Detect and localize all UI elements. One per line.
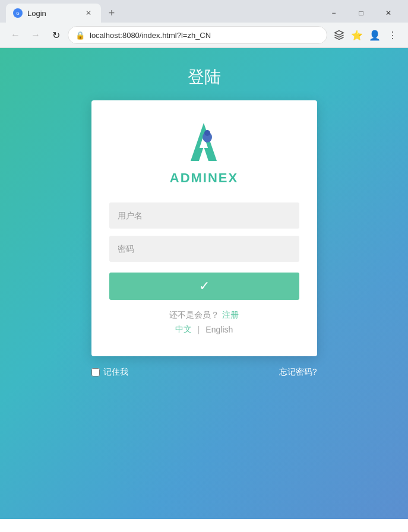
back-button[interactable]: ← bbox=[7, 27, 24, 43]
check-icon: ✓ bbox=[199, 278, 210, 294]
remember-me-group: 记住我 bbox=[91, 367, 128, 378]
browser-tab[interactable]: G Login ✕ bbox=[6, 4, 101, 23]
card-footer: 还不是会员？ 注册 中文 | English bbox=[109, 309, 299, 335]
maximize-button[interactable]: □ bbox=[347, 4, 375, 23]
tab-title: Login bbox=[27, 9, 78, 18]
forward-button[interactable]: → bbox=[27, 27, 44, 43]
svg-point-5 bbox=[204, 130, 210, 136]
svg-text:G: G bbox=[16, 11, 19, 15]
minimize-button[interactable]: − bbox=[320, 4, 347, 23]
title-bar: G Login ✕ + − □ ✕ bbox=[0, 0, 408, 23]
remember-me-checkbox[interactable] bbox=[91, 368, 100, 376]
window-controls: − □ ✕ bbox=[320, 4, 402, 23]
translate-button[interactable] bbox=[331, 27, 347, 43]
register-prompt: 还不是会员？ bbox=[169, 310, 219, 319]
browser-chrome: G Login ✕ + − □ ✕ ← → ↻ 🔒 localhost:8080… bbox=[0, 0, 408, 48]
password-input[interactable] bbox=[109, 236, 299, 262]
language-switcher: 中文 | English bbox=[175, 324, 233, 335]
menu-button[interactable]: ⋮ bbox=[384, 27, 401, 43]
username-group bbox=[109, 202, 299, 229]
forgot-password-link[interactable]: 忘记密码? bbox=[279, 367, 317, 378]
bookmark-button[interactable]: ⭐ bbox=[349, 27, 365, 43]
chinese-lang-button[interactable]: 中文 bbox=[175, 324, 192, 335]
password-group bbox=[109, 236, 299, 262]
nav-actions: ⭐ 👤 ⋮ bbox=[331, 27, 401, 43]
login-card: ADMINEX ✓ 还不是会员？ 注册 中文 | English bbox=[91, 100, 317, 356]
logo-text: ADMINEX bbox=[170, 170, 238, 186]
username-input[interactable] bbox=[109, 202, 299, 229]
profile-button[interactable]: 👤 bbox=[366, 27, 383, 43]
page-title: 登陆 bbox=[188, 66, 221, 88]
below-card: 记住我 忘记密码? bbox=[91, 367, 317, 378]
register-line: 还不是会员？ 注册 bbox=[169, 309, 238, 321]
lang-separator: | bbox=[198, 325, 200, 334]
login-button[interactable]: ✓ bbox=[109, 273, 299, 300]
english-lang-button[interactable]: English bbox=[205, 325, 233, 334]
logo-container: ADMINEX bbox=[170, 118, 238, 186]
refresh-button[interactable]: ↻ bbox=[48, 27, 64, 43]
remember-me-label: 记住我 bbox=[103, 367, 128, 378]
url-text: localhost:8080/index.html?l=zh_CN bbox=[90, 31, 320, 40]
window-close-button[interactable]: ✕ bbox=[375, 4, 402, 23]
register-link[interactable]: 注册 bbox=[222, 310, 239, 319]
page-content: 登陆 ADMINEX ✓ bbox=[0, 48, 408, 519]
lock-icon: 🔒 bbox=[75, 31, 85, 40]
tab-close-button[interactable]: ✕ bbox=[83, 8, 94, 18]
address-bar[interactable]: 🔒 localhost:8080/index.html?l=zh_CN bbox=[68, 26, 327, 44]
nav-bar: ← → ↻ 🔒 localhost:8080/index.html?l=zh_C… bbox=[0, 23, 408, 48]
new-tab-button[interactable]: + bbox=[103, 5, 120, 21]
tab-favicon: G bbox=[13, 8, 23, 18]
logo-icon bbox=[180, 118, 227, 166]
